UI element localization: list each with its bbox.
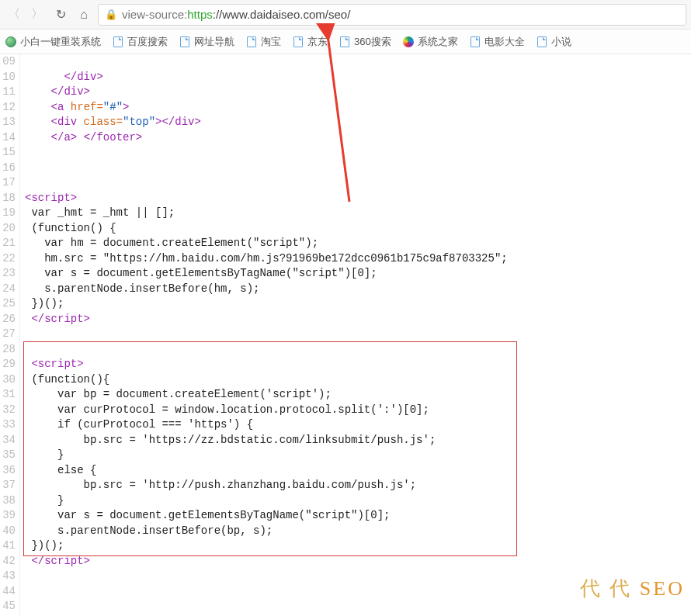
bookmark-item[interactable]: 淘宝	[245, 35, 281, 49]
bookmark-item[interactable]: 网址导航	[179, 35, 234, 49]
doc-icon	[179, 36, 191, 48]
source-view: 09 10 11 12 13 14 15 16 17 18 19 20 21 2…	[0, 54, 691, 616]
doc-icon	[339, 36, 351, 48]
lock-icon: 🔒	[105, 9, 117, 20]
bookmark-label: 京东	[307, 35, 328, 49]
bookmark-label: 电影大全	[484, 35, 525, 49]
bookmark-item[interactable]: 电影大全	[469, 35, 525, 49]
source-code[interactable]: </div> </div> <a href="#"> <div class="t…	[20, 54, 691, 616]
bookmark-label: 小说	[551, 35, 571, 49]
bookmark-label: 360搜索	[354, 35, 391, 49]
globe-icon	[5, 36, 17, 48]
back-button[interactable]: 〈	[5, 5, 23, 24]
bookmark-label: 小白一键重装系统	[20, 35, 101, 49]
line-gutter: 09 10 11 12 13 14 15 16 17 18 19 20 21 2…	[0, 54, 20, 616]
home-button[interactable]: ⌂	[75, 5, 93, 24]
doc-icon	[112, 36, 124, 48]
bookmark-label: 网址导航	[194, 35, 234, 49]
doc-icon	[469, 36, 481, 48]
bookmark-item[interactable]: 小说	[536, 35, 571, 49]
forward-button[interactable]: 〉	[28, 5, 47, 24]
url-path: ://www.daidaiseo.com/seo/	[213, 8, 351, 21]
address-bar[interactable]: 🔒 view-source: https ://www.daidaiseo.co…	[98, 4, 686, 26]
doc-icon	[292, 36, 304, 48]
bookmarks-bar: 小白一键重装系统百度搜索网址导航淘宝京东360搜索系统之家电影大全小说	[0, 29, 691, 54]
wheel-icon	[402, 36, 415, 48]
bookmark-item[interactable]: 京东	[292, 35, 328, 49]
bookmark-item[interactable]: 系统之家	[402, 35, 458, 49]
reload-button[interactable]: ↻	[51, 5, 70, 24]
bookmark-label: 系统之家	[418, 35, 458, 49]
bookmark-item[interactable]: 360搜索	[339, 35, 391, 49]
browser-toolbar: 〈 〉 ↻ ⌂ 🔒 view-source: https ://www.daid…	[0, 0, 691, 29]
url-prefix: view-source:	[122, 8, 187, 21]
doc-icon	[245, 36, 258, 48]
bookmark-item[interactable]: 百度搜索	[112, 35, 168, 49]
bookmark-label: 淘宝	[261, 35, 281, 49]
url-protocol: https	[187, 8, 213, 21]
bookmark-item[interactable]: 小白一键重装系统	[5, 35, 101, 49]
bookmark-label: 百度搜索	[127, 35, 168, 49]
doc-icon	[536, 36, 548, 48]
